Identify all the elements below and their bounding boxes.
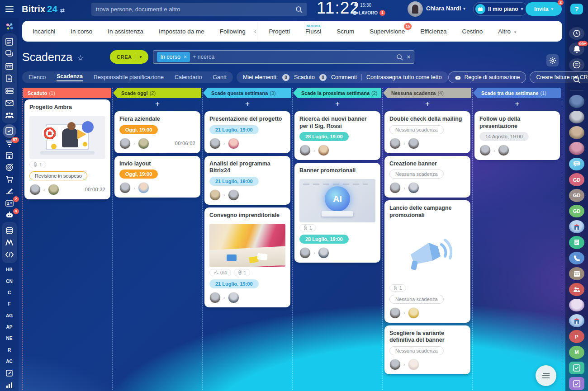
creator-avatar[interactable]	[479, 145, 491, 156]
sidebar-item-calendar[interactable]	[3, 60, 16, 72]
chat-avatar-calendar[interactable]	[569, 267, 584, 280]
chat-avatar[interactable]: P	[569, 330, 584, 343]
clear-search-icon[interactable]: ×	[407, 53, 410, 61]
chat-avatar-hr[interactable]	[569, 283, 584, 296]
global-search[interactable]	[91, 3, 307, 16]
sidebar-item-copilot[interactable]: 4	[3, 209, 16, 221]
task-card[interactable]: Banner promozionali AI 1 28 Luglio, 19:0…	[294, 163, 380, 263]
menu-icon[interactable]	[5, 6, 14, 12]
task-card[interactable]: Ricerca dei nuovi banner per il Sig. Ros…	[294, 111, 380, 160]
task-card[interactable]: Progetto Ambra 1 Revisione in sospeso	[24, 99, 110, 199]
deadline-badge[interactable]: Oggi, 19:00	[119, 125, 158, 134]
tab-scrum[interactable]: Scrum	[329, 28, 362, 35]
mark-all-read[interactable]: Contrassegna tutto come letto	[366, 74, 442, 80]
task-card[interactable]: Analisi del programma Bitrix24 21 Luglio…	[204, 156, 290, 205]
chat-avatar-news[interactable]	[569, 236, 584, 249]
assignee-avatar[interactable]	[228, 189, 239, 201]
invite-button[interactable]: Invita ▾ 2	[526, 2, 562, 16]
task-card[interactable]: Follow up della presentazione 14 Agosto,…	[474, 111, 560, 160]
column-header[interactable]: Scade questa settimana (3)	[203, 88, 291, 98]
column-header[interactable]: Scade tra due settimane (1)	[473, 88, 561, 98]
sidebar-item-groups[interactable]	[3, 109, 16, 121]
creator-avatar[interactable]	[389, 182, 401, 193]
chat-avatar-calls[interactable]	[569, 252, 584, 265]
notifications-button[interactable]: 99+	[569, 42, 584, 56]
sidebar-item-tasks[interactable]	[3, 124, 16, 137]
chat-avatar[interactable]	[569, 111, 584, 124]
sidebar-item-ag[interactable]: AG	[6, 310, 13, 321]
creator-avatar[interactable]	[389, 138, 401, 149]
tab-impostato-da-me[interactable]: Impostato da me	[151, 28, 212, 35]
tab-progetti[interactable]: Progetti	[261, 28, 298, 35]
deadline-badge[interactable]: 28 Luglio, 19:00	[299, 132, 349, 141]
creator-avatar[interactable]	[209, 189, 221, 201]
tab-cestino[interactable]: Cestino	[455, 28, 491, 35]
work-status[interactable]: LAVORO 1	[353, 10, 385, 16]
tab-in-corso[interactable]: In corso	[63, 28, 100, 35]
view-tab-elenco[interactable]: Elenco	[28, 74, 46, 80]
add-task-button[interactable]: +	[203, 98, 292, 110]
sidebar-item-messenger[interactable]	[3, 48, 16, 60]
assignee-avatar[interactable]	[228, 292, 239, 303]
assignee-avatar[interactable]	[408, 307, 419, 319]
assignee-avatar[interactable]	[138, 182, 149, 193]
deadline-badge[interactable]: Oggi, 19:00	[119, 170, 158, 179]
deadline-badge[interactable]: 21 Luglio, 19:00	[209, 279, 259, 288]
sidebar-item-devops[interactable]	[3, 249, 16, 261]
chat-avatar-team[interactable]	[569, 299, 584, 312]
filter-search[interactable]: In corso × ×	[153, 50, 414, 64]
tab-flussi[interactable]: NUOVO Flussi	[298, 28, 329, 35]
sidebar-item-contact-center[interactable]: 2	[3, 197, 16, 209]
board-menu-button[interactable]	[536, 365, 556, 386]
sidebar-item-feed[interactable]	[3, 36, 16, 48]
column-header[interactable]: Scaduto (1)	[23, 88, 111, 98]
tab-altro[interactable]: Altro ▾	[490, 28, 524, 35]
sidebar-item-reports[interactable]	[3, 379, 16, 391]
tab-following[interactable]: Following	[212, 28, 253, 35]
sidebar-item-hb[interactable]: HB	[6, 264, 12, 275]
sidebar-item-cart[interactable]	[3, 174, 16, 185]
add-task-button[interactable]: +	[473, 98, 562, 110]
assignee-avatar[interactable]	[408, 359, 419, 370]
sidebar-item-crm-funnel[interactable]: 57	[3, 138, 16, 150]
deadline-badge[interactable]: 28 Luglio, 19:00	[299, 235, 349, 244]
task-card[interactable]: Creazione banner Nessuna scadenza ›	[384, 156, 470, 198]
view-tab-scadenza[interactable]: Scadenza	[57, 73, 83, 81]
settings-gear-icon[interactable]	[546, 54, 559, 66]
filter-chip[interactable]: In corso ×	[157, 52, 190, 62]
view-tab-calendario[interactable]: Calendario	[175, 74, 202, 80]
tab-in-assistenza[interactable]: In assistenza	[100, 28, 151, 35]
chat-button[interactable]	[569, 58, 584, 71]
automation-rules-button[interactable]: Regole di automazione	[448, 71, 526, 83]
creator-avatar[interactable]	[389, 359, 401, 370]
deadline-badge[interactable]: Nessuna scadenza	[389, 170, 444, 179]
close-icon[interactable]: ×	[184, 54, 187, 60]
status-badge[interactable]: Revisione in sospeso	[29, 171, 87, 180]
assignee-avatar[interactable]	[408, 138, 419, 149]
column-header[interactable]: Scade la prossima settimana (2)	[293, 88, 381, 98]
add-task-button[interactable]: +	[293, 98, 382, 110]
creator-avatar[interactable]	[119, 182, 131, 193]
sidebar-item-ap[interactable]: AP	[6, 321, 13, 333]
task-card[interactable]: Double check della mailing Nessuna scade…	[384, 111, 470, 153]
chat-avatar-tasks[interactable]	[569, 377, 584, 390]
task-card[interactable]: Fiera aziendale Oggi, 19:00 › 00:06:02	[114, 111, 200, 153]
overdue-label[interactable]: Scaduto	[294, 74, 315, 80]
sidebar-item-r[interactable]: R	[8, 344, 11, 356]
creator-avatar[interactable]	[389, 307, 401, 319]
assignee-avatar[interactable]	[318, 247, 329, 259]
sidebar-item-ac[interactable]: AC	[6, 356, 12, 367]
filter-search-input[interactable]	[193, 54, 394, 60]
creator-avatar[interactable]	[299, 145, 311, 156]
task-card[interactable]: Lancio delle campagne promozionali	[384, 200, 470, 322]
chat-avatar-tasks[interactable]	[569, 362, 584, 375]
creator-avatar[interactable]	[299, 247, 311, 259]
chat-avatar[interactable]	[569, 95, 584, 108]
sidebar-item-market[interactable]	[3, 236, 16, 249]
sidebar-item-shop[interactable]	[3, 150, 16, 161]
chat-avatar[interactable]: GD	[569, 205, 584, 218]
creator-avatar[interactable]	[209, 292, 221, 303]
chat-avatar[interactable]: GD	[569, 189, 584, 202]
deadline-badge[interactable]: Nessuna scadenza	[389, 346, 444, 355]
tab-incarichi[interactable]: Incarichi	[25, 28, 63, 35]
